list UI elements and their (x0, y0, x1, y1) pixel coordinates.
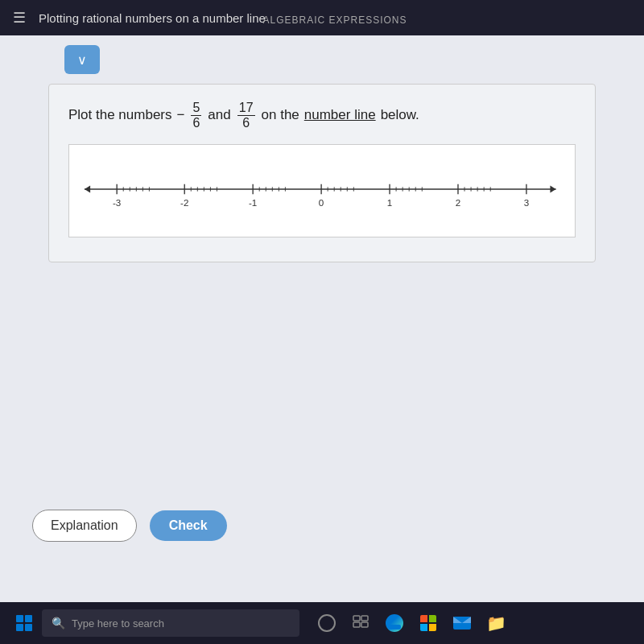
problem-text: Plot the numbers − 5 6 and 17 6 on the n… (68, 101, 576, 130)
negative-sign: − (177, 107, 185, 123)
windows-store-icon[interactable] (414, 609, 443, 638)
task-view-icon[interactable] (346, 609, 375, 638)
fraction2-numerator: 17 (237, 101, 255, 116)
mail-icon[interactable] (448, 609, 477, 638)
task-view-svg (353, 615, 369, 631)
conjunction-text: and (208, 107, 230, 123)
mail-icon-shape (453, 617, 471, 630)
suffix-part2: below. (381, 107, 419, 123)
svg-text:1: 1 (387, 197, 392, 208)
search-bar[interactable]: 🔍 Type here to search (42, 609, 299, 637)
search-icon: 🔍 (52, 617, 65, 630)
page-title: Plotting rational numbers on a number li… (39, 11, 266, 25)
subtitle-label: ALGEBRAIC EXPRESSIONS (262, 14, 407, 26)
svg-rect-48 (361, 616, 368, 621)
svg-text:-3: -3 (113, 197, 121, 208)
svg-marker-1 (85, 186, 90, 193)
search-placeholder-text: Type here to search (72, 617, 164, 630)
number-line-container[interactable]: -3 -2 (68, 144, 576, 237)
svg-rect-49 (353, 622, 360, 627)
svg-text:3: 3 (524, 197, 529, 208)
bottom-buttons: Explanation Check (0, 500, 644, 551)
svg-text:-1: -1 (249, 197, 257, 208)
dropdown-button[interactable]: ∨ (64, 45, 100, 74)
fraction-1: 5 6 (191, 101, 201, 130)
app-container: ☰ ALGEBRAIC EXPRESSIONS Plotting rationa… (0, 0, 644, 644)
top-bar-wrapper: ALGEBRAIC EXPRESSIONS Plotting rational … (39, 11, 631, 25)
svg-text:2: 2 (456, 197, 460, 208)
number-line-svg[interactable]: -3 -2 (77, 161, 567, 217)
suffix-part1: on the (262, 107, 299, 123)
top-bar: ☰ ALGEBRAIC EXPRESSIONS Plotting rationa… (0, 0, 644, 35)
winstore-icon-shape (420, 615, 436, 631)
chevron-down-icon: ∨ (77, 52, 87, 68)
fraction-2: 17 6 (237, 101, 255, 130)
svg-marker-2 (550, 186, 555, 193)
file-explorer-icon[interactable]: 📁 (481, 609, 510, 638)
svg-text:-2: -2 (180, 197, 188, 208)
folder-icon-shape: 📁 (486, 613, 506, 633)
start-button[interactable] (6, 605, 42, 641)
problem-area: Plot the numbers − 5 6 and 17 6 on the n… (48, 84, 596, 262)
fraction2-denominator: 6 (241, 116, 251, 130)
cortana-icon[interactable] (312, 609, 341, 638)
circle-icon (318, 614, 336, 632)
edge-icon-shape (386, 614, 403, 632)
hamburger-icon[interactable]: ☰ (13, 9, 26, 27)
svg-rect-47 (353, 616, 360, 621)
fraction1-numerator: 5 (191, 101, 201, 116)
svg-text:0: 0 (319, 197, 324, 208)
explanation-button[interactable]: Explanation (32, 510, 137, 542)
taskbar: 🔍 Type here to search (0, 602, 644, 644)
check-button[interactable]: Check (150, 510, 227, 541)
number-line-link[interactable]: number line (304, 107, 376, 123)
taskbar-icons: 📁 (312, 609, 510, 638)
intro-text: Plot the numbers (68, 107, 172, 123)
windows-icon (16, 615, 32, 631)
edge-browser-icon[interactable] (380, 609, 409, 638)
fraction1-denominator: 6 (191, 116, 201, 130)
svg-rect-50 (361, 622, 368, 627)
main-content: ∨ Plot the numbers − 5 6 and 17 6 on the… (0, 35, 644, 644)
